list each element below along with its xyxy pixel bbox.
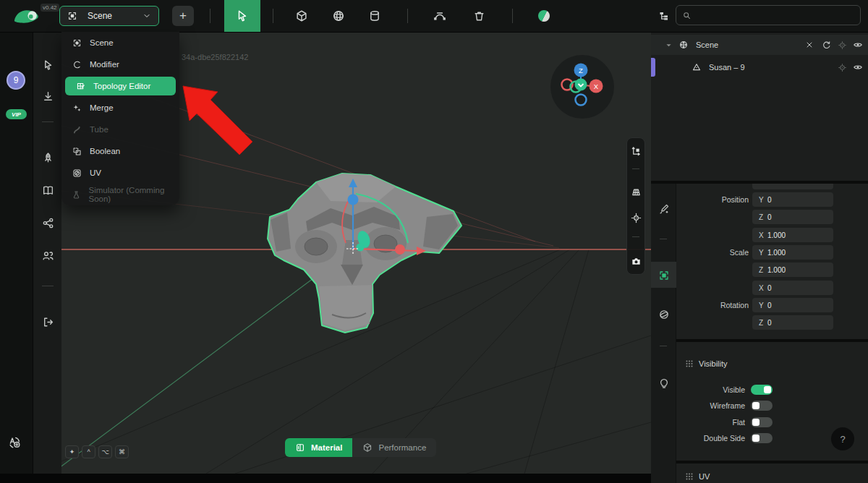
drag-handle-icon[interactable] xyxy=(686,360,693,367)
bezier-curve-icon xyxy=(433,9,446,22)
menu-item-boolean[interactable]: Boolean xyxy=(61,140,179,162)
flat-label: Flat xyxy=(676,418,745,427)
perspective-grid-icon[interactable] xyxy=(630,186,642,197)
scale-z-field[interactable]: Z 1.000 xyxy=(752,262,833,277)
scale-y-field[interactable]: Y 1.000 xyxy=(752,245,833,260)
app-logo[interactable] xyxy=(12,5,42,30)
users-icon[interactable] xyxy=(41,249,54,262)
wireframe-toggle[interactable] xyxy=(751,401,773,411)
rotation-label: Rotation xyxy=(676,301,749,309)
left-account-rail: 9 VIP xyxy=(0,32,33,474)
key-command[interactable]: ⌘ xyxy=(115,445,129,458)
menu-item-simulator[interactable]: Simulator (Comming Soon) xyxy=(61,184,179,205)
rotation-x-field[interactable]: X 0 xyxy=(752,281,833,295)
light-bulb-icon[interactable] xyxy=(658,377,670,389)
close-x-icon[interactable] xyxy=(804,39,815,51)
menu-item-modifier[interactable]: Modifier xyxy=(61,54,179,75)
transform-axes-icon[interactable] xyxy=(630,145,642,156)
rocket-icon[interactable] xyxy=(41,151,54,164)
outliner-tree-icon[interactable] xyxy=(658,10,670,22)
key-dot[interactable]: ✦ xyxy=(65,445,79,458)
menu-item-topology-editor[interactable]: Topology Editor xyxy=(65,77,176,95)
double-side-label: Double Side xyxy=(676,434,745,443)
chevron-down-icon xyxy=(142,12,151,20)
double-side-toggle[interactable] xyxy=(751,433,773,443)
material-ball-icon[interactable] xyxy=(538,10,550,22)
avatar[interactable]: 9 xyxy=(7,71,25,90)
share-network-icon[interactable] xyxy=(41,216,54,229)
outliner-scene-row[interactable]: Scene xyxy=(651,35,868,55)
rotation-z-field[interactable]: Z 0 xyxy=(752,315,833,330)
view-navigation-gizmo[interactable]: Z X xyxy=(550,55,614,119)
menu-item-merge[interactable]: Merge xyxy=(61,97,179,119)
chevron-down-icon[interactable] xyxy=(663,39,674,51)
modifier-icon xyxy=(71,59,82,70)
position-label: Position xyxy=(676,195,749,204)
help-button[interactable]: ? xyxy=(831,427,854,450)
cursor-tool-icon[interactable] xyxy=(41,59,54,72)
eye-icon[interactable] xyxy=(852,61,864,73)
scene-mode-selector[interactable]: Scene xyxy=(59,6,159,26)
key-control[interactable]: ^ xyxy=(82,445,95,458)
toolbar-separator xyxy=(632,236,639,237)
shortcut-keys: ✦ ^ ⌥ ⌘ xyxy=(65,445,129,458)
toolbar-separator xyxy=(512,9,513,23)
vip-badge[interactable]: VIP xyxy=(6,109,27,119)
add-sphere-button[interactable] xyxy=(323,0,354,32)
x-axis-label: X xyxy=(594,82,599,90)
axis-minus-z xyxy=(576,95,587,106)
key-option[interactable]: ⌥ xyxy=(98,445,112,458)
add-cube-button[interactable] xyxy=(286,0,317,32)
menu-item-uv[interactable]: UV xyxy=(61,162,179,184)
target-icon[interactable] xyxy=(836,61,848,73)
scale-x-field[interactable]: X 1.000 xyxy=(752,228,833,242)
bottom-strip xyxy=(0,474,651,483)
tab-object-properties-active[interactable] xyxy=(651,262,676,288)
add-cylinder-button[interactable] xyxy=(359,0,390,32)
outliner-object-row[interactable]: Susan – 9 xyxy=(651,56,868,78)
refresh-icon[interactable] xyxy=(820,39,832,51)
eye-icon[interactable] xyxy=(852,39,864,51)
tab-material[interactable]: Material xyxy=(285,438,352,457)
top-toolbar: v0.42 Scene + xyxy=(0,0,868,33)
visible-toggle[interactable] xyxy=(751,385,773,395)
bezier-tool-button[interactable] xyxy=(425,0,455,32)
right-panel: Scene Susan – 9 xyxy=(651,32,868,483)
target-icon[interactable] xyxy=(836,39,848,51)
menu-item-scene[interactable]: Scene xyxy=(61,32,179,54)
translate-icon[interactable] xyxy=(8,435,21,448)
visibility-section-header: Visibility xyxy=(686,359,728,368)
rotation-y-field[interactable]: Y 0 xyxy=(752,298,833,312)
scene-icon xyxy=(71,37,82,48)
book-icon[interactable] xyxy=(41,184,54,197)
position-z-field[interactable]: Z 0 xyxy=(752,210,833,224)
flat-toggle[interactable] xyxy=(751,417,773,427)
merge-icon xyxy=(71,102,82,114)
scene-id-text: 34a-dbe25f822142 xyxy=(182,53,248,61)
position-x-field-clipped[interactable] xyxy=(752,184,833,189)
delete-tool-button[interactable] xyxy=(464,0,494,32)
tab-performance[interactable]: Performance xyxy=(352,438,436,457)
visible-label: Visible xyxy=(676,385,745,394)
logout-icon[interactable] xyxy=(41,315,54,328)
scene-row-label: Scene xyxy=(696,40,718,49)
panel-divider xyxy=(676,339,868,342)
cylinder-icon xyxy=(368,9,381,22)
position-y-field[interactable]: Y 0 xyxy=(752,192,833,207)
outliner-search[interactable] xyxy=(676,5,861,25)
viewport-mode-tabs: Material Performance xyxy=(285,438,436,457)
toolbar-separator xyxy=(632,168,639,169)
focus-target-icon[interactable] xyxy=(630,212,642,223)
scene-reel-icon xyxy=(678,39,689,51)
drag-handle-icon[interactable] xyxy=(686,473,693,480)
menu-item-tube[interactable]: Tube xyxy=(61,119,179,140)
search-input[interactable] xyxy=(696,9,843,21)
axis-y xyxy=(575,79,587,91)
select-frame-icon xyxy=(658,269,670,281)
camera-icon[interactable] xyxy=(630,255,642,267)
select-tool-button[interactable] xyxy=(224,0,260,32)
paint-brush-icon[interactable] xyxy=(658,202,670,215)
download-icon[interactable] xyxy=(41,90,54,103)
globe-icon[interactable] xyxy=(658,308,670,320)
add-object-button[interactable]: + xyxy=(172,6,194,26)
